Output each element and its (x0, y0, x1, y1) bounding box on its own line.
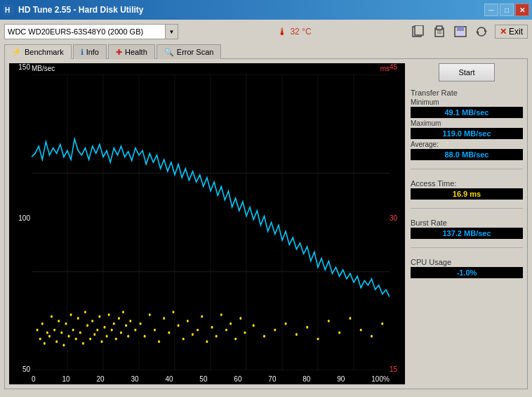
svg-point-58 (113, 323, 115, 325)
access-time-value: 16.9 ms (411, 188, 523, 200)
exit-label: Exit (509, 27, 523, 37)
svg-rect-10 (457, 32, 464, 36)
svg-point-62 (122, 311, 124, 313)
tab-benchmark[interactable]: ⚡ Benchmark (4, 44, 72, 59)
svg-point-49 (91, 320, 93, 323)
svg-point-31 (48, 335, 51, 338)
divider-1 (411, 169, 523, 169)
svg-point-78 (192, 333, 194, 336)
x-50: 50 (199, 375, 207, 383)
main-content: MB/sec ms 150 100 50 45 30 15 (4, 58, 528, 389)
x-20: 20 (96, 375, 104, 383)
chart-y-left-100: 100 (11, 214, 30, 222)
chart-y-right-unit: ms (380, 65, 390, 72)
svg-point-92 (274, 329, 276, 332)
svg-point-91 (263, 335, 265, 338)
title-bar-controls: ─ □ ✕ (484, 4, 529, 16)
svg-point-64 (127, 335, 129, 338)
minimum-value: 49.1 MB/sec (411, 107, 523, 118)
svg-point-63 (125, 324, 127, 327)
svg-point-34 (55, 340, 58, 343)
svg-point-32 (51, 315, 53, 318)
start-button[interactable]: Start (439, 63, 495, 82)
paste-icon[interactable] (432, 24, 447, 39)
exit-button[interactable]: ✕ Exit (495, 25, 528, 39)
chart-y-left-labels: 150 100 50 (11, 63, 30, 373)
svg-point-60 (118, 317, 120, 320)
average-value: 88.0 MB/sec (411, 149, 523, 160)
save-icon[interactable] (453, 24, 468, 39)
svg-point-74 (172, 311, 174, 313)
drive-dropdown-arrow[interactable]: ▼ (166, 24, 178, 39)
average-label: Average: (411, 141, 523, 148)
svg-point-94 (295, 333, 298, 336)
x-0: 0 (32, 375, 36, 383)
svg-point-86 (230, 323, 232, 325)
svg-point-27 (39, 337, 41, 340)
svg-point-102 (381, 323, 383, 325)
chart-y-right-45: 45 (390, 63, 404, 71)
svg-point-99 (349, 317, 351, 320)
svg-point-50 (93, 333, 95, 336)
svg-point-28 (41, 323, 44, 325)
svg-point-36 (60, 332, 62, 334)
tab-errorscan[interactable]: 🔍 Error Scan (157, 44, 222, 59)
svg-point-83 (215, 335, 218, 338)
cpu-usage-section: CPU Usage -1.0% (411, 258, 523, 280)
svg-point-68 (144, 335, 146, 338)
temperature-value: 32 °C (290, 27, 311, 37)
close-button[interactable]: ✕ (515, 4, 529, 16)
tab-info[interactable]: ℹ Info (73, 44, 107, 59)
maximize-button[interactable]: □ (500, 4, 514, 16)
svg-point-40 (70, 313, 72, 316)
minimum-label: Minimum (411, 98, 523, 106)
chart-y-left-50: 50 (11, 365, 30, 373)
tab-info-label: Info (86, 48, 99, 56)
tab-info-icon: ℹ (81, 48, 84, 57)
chart-y-right-30: 30 (390, 214, 404, 222)
svg-rect-5 (437, 26, 442, 30)
chart-area: MB/sec ms 150 100 50 45 30 15 (9, 63, 405, 384)
tab-health[interactable]: ✚ Health (108, 44, 155, 59)
svg-point-85 (225, 329, 227, 332)
svg-point-61 (120, 332, 122, 334)
drive-select[interactable]: WDC WD20EURS-63S48Y0 (2000 GB) (4, 24, 166, 39)
svg-point-33 (53, 329, 55, 332)
svg-point-51 (96, 329, 98, 332)
x-80: 80 (302, 375, 310, 383)
drive-select-wrapper: WDC WD20EURS-63S48Y0 (2000 GB) ▼ (4, 24, 178, 39)
maximum-label: Maximum (411, 119, 523, 127)
transfer-rate-section: Transfer Rate Minimum 49.1 MB/sec Maximu… (411, 89, 523, 162)
copy-icon[interactable] (411, 24, 426, 39)
svg-point-71 (158, 340, 160, 343)
svg-point-88 (239, 317, 241, 320)
svg-point-57 (111, 329, 113, 332)
svg-point-101 (371, 335, 373, 338)
svg-text:H: H (5, 6, 10, 14)
svg-point-46 (84, 311, 86, 313)
app-icon: H (3, 4, 14, 15)
minimize-button[interactable]: ─ (484, 4, 498, 16)
svg-point-56 (108, 313, 110, 316)
chart-svg (32, 74, 390, 370)
window-body: WDC WD20EURS-63S48Y0 (2000 GB) ▼ 🌡 32 °C (0, 20, 532, 397)
svg-point-84 (220, 313, 222, 316)
thermometer-icon: 🌡 (277, 26, 287, 37)
svg-point-70 (154, 329, 156, 332)
svg-point-79 (197, 329, 199, 332)
svg-point-53 (100, 340, 102, 343)
x-40: 40 (165, 375, 173, 383)
svg-point-38 (65, 323, 67, 325)
access-time-label: Access Time: (411, 179, 523, 188)
svg-marker-12 (476, 32, 479, 34)
access-time-dots (36, 311, 384, 346)
refresh-icon[interactable] (474, 24, 489, 39)
burst-rate-value: 137.2 MB/sec (411, 228, 523, 239)
temperature-area: 🌡 32 °C (277, 26, 311, 37)
svg-point-30 (46, 332, 48, 334)
maximum-value: 119.0 MB/sec (411, 128, 523, 139)
svg-marker-11 (484, 29, 487, 32)
title-text: HD Tune 2.55 - Hard Disk Utility (18, 5, 143, 15)
svg-point-65 (129, 320, 131, 323)
tabs: ⚡ Benchmark ℹ Info ✚ Health 🔍 Error Scan (4, 44, 528, 58)
